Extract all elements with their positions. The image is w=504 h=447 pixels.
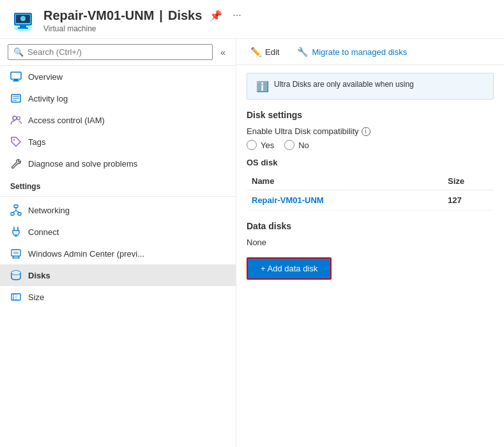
os-disk-link[interactable]: Repair-VM01-UNM [252,195,324,205]
sidebar-item-disks[interactable]: Disks [0,264,236,286]
page-header: Repair-VM01-UNM | Disks 📌 ··· Virtual ma… [0,0,504,39]
sidebar: 🔍 « Overview Activity log [0,39,236,447]
os-disk-row: Repair-VM01-UNM 127 [247,190,494,211]
people-icon [10,114,22,126]
settings-section-label: Settings [0,174,236,193]
network-icon [10,204,22,216]
sidebar-item-connect-label: Connect [28,227,59,237]
search-input[interactable] [27,47,207,57]
vm-name-label: Repair-VM01-UNM [43,8,154,23]
sidebar-item-networking[interactable]: Networking [0,199,236,221]
os-disk-table-header: Name Size [247,172,494,190]
sidebar-item-networking-label: Networking [28,206,70,215]
sidebar-nav: Overview Activity log Access control (IA… [0,66,236,447]
sidebar-item-activity-log-label: Activity log [28,94,68,103]
info-banner: ℹ️ Ultra Disks are only available when u… [247,73,494,100]
separator: | [159,8,163,23]
sidebar-item-size[interactable]: Size [0,286,236,308]
ultra-disk-info-icon[interactable]: i [362,127,370,136]
migrate-icon: 🔧 [297,47,308,57]
edit-icon: ✏️ [250,47,261,57]
monitor-icon [10,71,22,82]
svg-point-14 [13,116,17,120]
ultra-disk-radio-group: Yes No [247,140,494,150]
migrate-button[interactable]: 🔧 Migrate to managed disks [293,44,411,59]
disk-settings-title: Disk settings [247,110,494,120]
edit-button[interactable]: ✏️ Edit [247,44,283,59]
svg-point-15 [17,117,20,120]
radio-no-label: No [298,140,309,150]
no-data-disks-text: None [247,238,494,247]
svg-point-6 [20,16,26,21]
svg-line-21 [13,211,17,213]
sidebar-item-connect[interactable]: Connect [0,221,236,243]
size-icon [10,291,22,303]
os-disk-size-cell: 127 [443,195,494,205]
sidebar-item-overview-label: Overview [28,72,63,82]
edit-label: Edit [265,47,279,57]
sidebar-item-windows-admin[interactable]: Windows Admin Center (previ... [0,243,236,264]
radio-option-no[interactable]: No [284,140,309,150]
svg-rect-8 [14,79,18,80]
svg-rect-9 [13,80,19,82]
collapse-sidebar-button[interactable]: « [218,45,228,60]
disk-settings-section: Disk settings Enable Ultra Disk compatib… [236,100,504,290]
svg-rect-19 [18,213,21,215]
sidebar-item-tags[interactable]: Tags [0,131,236,153]
add-data-disk-button[interactable]: + Add data disk [247,257,332,280]
search-container: 🔍 « [0,39,236,66]
radio-yes-label: Yes [261,140,274,150]
migrate-label: Migrate to managed disks [312,47,407,57]
info-icon: ℹ️ [256,80,269,93]
svg-rect-18 [11,213,14,215]
sidebar-item-access-control-label: Access control (IAM) [28,116,105,125]
section-label: Disks [168,8,202,23]
wrench-icon [10,158,22,169]
disk-icon [10,269,22,281]
page-title: Repair-VM01-UNM | Disks 📌 ··· [43,8,244,23]
main-layout: 🔍 « Overview Activity log [0,39,504,447]
svg-rect-5 [18,27,28,29]
content-area: ✏️ Edit 🔧 Migrate to managed disks ℹ️ Ul… [236,39,504,447]
more-button[interactable]: ··· [230,8,243,22]
sidebar-item-diagnose[interactable]: Diagnose and solve problems [0,153,236,174]
search-icon: 🔍 [13,47,24,57]
info-banner-text: Ultra Disks are only available when usin… [274,80,414,89]
data-disks-title: Data disks [247,221,494,231]
sidebar-item-disks-label: Disks [28,271,50,280]
sidebar-item-activity-log[interactable]: Activity log [0,87,236,109]
svg-rect-17 [14,205,18,208]
sidebar-item-overview[interactable]: Overview [0,66,236,87]
svg-point-32 [11,271,20,275]
os-disk-name-cell: Repair-VM01-UNM [247,195,443,205]
os-disk-title: OS disk [247,158,494,167]
col-name-header: Name [247,176,443,186]
sidebar-item-size-label: Size [28,292,44,302]
sidebar-item-tags-label: Tags [28,137,45,147]
search-input-wrap[interactable]: 🔍 [8,44,213,60]
plug-icon [10,226,22,238]
sidebar-item-diagnose-label: Diagnose and solve problems [28,159,137,169]
svg-line-22 [16,211,20,213]
pin-button[interactable]: 📌 [207,8,225,23]
svg-rect-7 [11,72,21,79]
vm-subtitle: Virtual machine [43,24,244,33]
radio-no-circle [284,140,294,150]
svg-rect-30 [13,252,19,254]
admin-icon [10,248,22,259]
col-size-header: Size [443,176,494,186]
content-toolbar: ✏️ Edit 🔧 Migrate to managed disks [236,39,504,65]
radio-yes-circle [247,140,257,150]
list-icon [10,93,22,104]
settings-divider [0,196,236,197]
ultra-disk-label: Enable Ultra Disk compatibility i [247,126,494,136]
radio-option-yes[interactable]: Yes [247,140,274,150]
sidebar-item-windows-admin-label: Windows Admin Center (previ... [28,249,144,259]
svg-point-16 [13,139,15,140]
sidebar-item-access-control[interactable]: Access control (IAM) [0,109,236,131]
header-text-group: Repair-VM01-UNM | Disks 📌 ··· Virtual ma… [43,8,244,33]
vm-icon [10,8,36,33]
add-data-disk-label: + Add data disk [261,264,317,273]
tag-icon [10,136,22,148]
